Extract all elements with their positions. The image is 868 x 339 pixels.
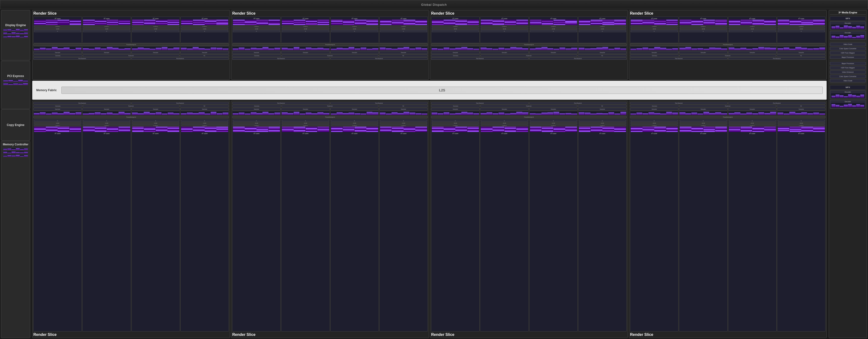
render-slice-top-4-title: Render Slice (630, 11, 826, 16)
center-content: Render Slice Xe-core Load/Sto (31, 9, 828, 339)
xcore-bot-3-2: IC L$/L$M Load/Store Xe-core (480, 119, 529, 332)
xcore-bot-4-1: IC L$/L$M Load/Store Xe-core (630, 119, 679, 332)
xcore-top-4-2: Xe-core Load/Store L$/L$M IC (679, 17, 727, 43)
copy-engine-block: Copy Engine (1, 110, 30, 141)
xcore-top-2-3: Xe-core Load/Store L$/L$M IC (330, 17, 379, 43)
xcore-top-3-4: Xe-core Load/Store L$/L$M IC (578, 17, 627, 43)
render-slice-top-3: Render Slice Xe-core Load/Store L$/L$M (430, 10, 628, 80)
xcore-top-4-4: Xe-core Load/Store L$/L$M IC (777, 17, 826, 43)
hdr-tone-mapper-top: HDR Tone Mapper (830, 51, 866, 55)
xcore-bot-4-4: IC L$/L$M Load/Store Xe-core (777, 119, 826, 332)
xe-media-engine: Xᵉ Media Engine MFX Decoder Encoder Vide… (829, 10, 867, 338)
render-slice-top-2-title: Render Slice (232, 11, 428, 16)
xcore-top-1-2: Xe-core Load/Store L$/L$M (82, 17, 131, 43)
render-slice-top-2: Render Slice Xe-core Load/Store L$/L$M (231, 10, 429, 80)
xcore-bot-3-3: IC L$/L$M Load/Store Xe-core (529, 119, 578, 332)
render-slice-bottom-3-title: Render Slice (431, 333, 627, 337)
xcore-bot-1-1: IC L$/L$M Load/Store Xe-core (33, 119, 82, 332)
xcore-top-1-4: Xe-core Load/Store L$/L$M (180, 17, 229, 43)
xcore-top-2-1: Xe-core Load/Store L$/L$M IC (232, 17, 281, 43)
render-slice-bottom-3: Pixel Backend Pixel Backend Geometry Ras… (430, 101, 628, 338)
xcore-top-4-3: Xe-core Load/Store L$/L$M IC (728, 17, 777, 43)
render-slice-top-3-title: Render Slice (431, 11, 627, 16)
global-dispatch-bar: Global Dispatch (0, 0, 868, 9)
xcore-bot-1-4: IC L$/L$M Load/Store Xe-core (180, 119, 229, 332)
global-dispatch-label: Global Dispatch (421, 3, 447, 6)
pci-express-block: PCI Express (1, 61, 30, 109)
xcore-top-3-2: Xe-core Load/Store L$/L$M IC (480, 17, 529, 43)
encoder-top-block: Encoder (830, 31, 866, 40)
render-slice-bottom-2-title: Render Slice (232, 333, 428, 337)
xcore-bot-2-2: IC L$/L$M Load/Store Xe-core (281, 119, 330, 332)
xcore-top-2-2: Xe-core Load/Store L$/L$M IC (281, 17, 330, 43)
display-engine-label: Display Engine (5, 24, 26, 27)
memory-controller-block: Memory Controller (1, 141, 30, 338)
xcore-top-4-1: Xe-core Load/Store L$/L$M IC (630, 17, 679, 43)
bayer-processor-bottom: Bayer Processor (830, 62, 866, 65)
render-slice-bottom-4-title: Render Slice (630, 333, 826, 337)
memory-controller-label: Memory Controller (3, 143, 29, 146)
xcore-bot-3-4: IC L$/L$M Load/Store Xe-core (578, 119, 627, 332)
display-engine-block: Display Engine (1, 10, 30, 60)
xcore-top-3-1: Xe-core Load/Store L$/L$M IC (431, 17, 479, 43)
decoder-bottom-block: Decoder (830, 100, 866, 109)
xcore-top-1-3: Xe-core Load/Store L$/L$M (131, 17, 180, 43)
render-slices-bottom-row: Pixel Backend Pixel Backend Geometry Ras… (32, 101, 827, 338)
render-slice-top-1: Render Slice Xe-core Load/Sto (32, 10, 230, 80)
decoder-top-block: Decoder (830, 21, 866, 30)
xcore-bot-4-3: IC L$/L$M Load/Store Xe-core (728, 119, 777, 332)
memory-fabric-label: Memory Fabric (36, 89, 57, 92)
l2s-bar: L2S (61, 87, 823, 94)
xcore-bot-4-2: IC L$/L$M Load/Store Xe-core (679, 119, 727, 332)
render-slice-bottom-1: Pixel Backend Pixel Backend Geometry Ras… (32, 101, 230, 338)
video-scale-bottom: Video Scale (830, 79, 866, 83)
copy-engine-label: Copy Engine (7, 123, 24, 127)
render-slices-top-row: Render Slice Xe-core Load/Sto (32, 10, 827, 80)
render-slice-top-4: Render Slice Xe-core Load/Store L$/L$M (629, 10, 827, 80)
mfx-bottom-block: MFX (830, 85, 866, 90)
xcore-bot-2-3: IC L$/L$M Load/Store Xe-core (330, 119, 379, 332)
xcore-top-3-3: Xe-core Load/Store L$/L$M IC (529, 17, 578, 43)
encoder-bottom-block: Encoder (830, 90, 866, 99)
hdr-tone-mapper-bottom: HDR Tone Mapper (830, 66, 866, 69)
video-scale-top: Video Scale (830, 42, 866, 46)
render-slice-bottom-2: Pixel Backend Pixel Backend Geometry Ras… (231, 101, 429, 338)
xcore-top-2-4: Xe-core Load/Store L$/L$M IC (379, 17, 428, 43)
xe-media-engine-title: Xᵉ Media Engine (830, 11, 866, 15)
l2s-label: L2S (439, 88, 445, 92)
render-slice-bottom-1-title: Render Slice (33, 333, 229, 337)
render-slice-top-1-title: Render Slice (33, 11, 229, 16)
pci-express-label: PCI Express (7, 74, 24, 78)
color-space-top: Color Space Converter (830, 47, 866, 51)
xcore-bot-3-1: IC L$/L$M Load/Store Xe-core (431, 119, 479, 332)
mfx-top-block: MFX (830, 16, 866, 21)
xcore-bot-2-1: IC L$/L$M Load/Store Xe-core (232, 119, 281, 332)
color-space-bottom: Color Space Converter (830, 74, 866, 78)
video-enhancer-top: Video Enhancer (830, 70, 866, 74)
xcore-bot-1-3: IC L$/L$M Load/Store Xe-core (131, 119, 180, 332)
bayer-processor-top: Bayer Processor (830, 55, 866, 59)
render-slice-bottom-4: Pixel Backend Pixel Backend Geometry Ras… (629, 101, 827, 338)
left-sidebar: Display Engine (0, 9, 31, 339)
memory-fabric-container: Memory Fabric L2S (32, 81, 827, 100)
xcore-bot-2-4: IC L$/L$M Load/Store Xe-core (379, 119, 428, 332)
xcore-top-1-1: Xe-core Load/Store L$/L$M (33, 17, 82, 43)
xcore-bot-1-2: IC L$/L$M Load/Store Xe-core (82, 119, 131, 332)
memory-section: Memory Fabric L2S (32, 81, 827, 100)
